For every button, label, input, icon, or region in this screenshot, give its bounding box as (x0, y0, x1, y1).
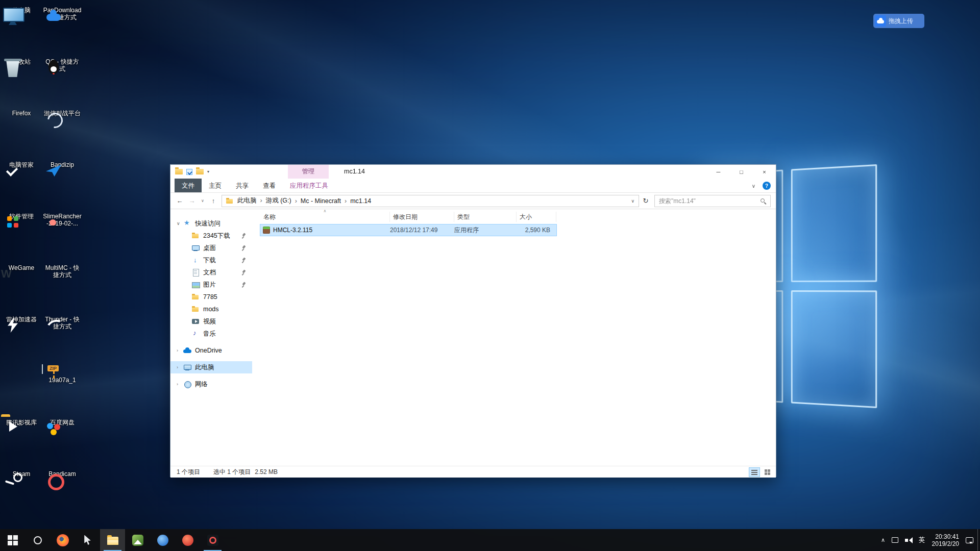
help-icon[interactable]: ? (763, 182, 771, 190)
sidebar-item-this-pc[interactable]: › 此电脑 (170, 361, 252, 373)
details-view-button[interactable] (749, 467, 760, 477)
properties-icon[interactable] (186, 169, 192, 175)
desktop-icon-label: 电脑管家 (1, 161, 42, 168)
taskbar-item-firefox[interactable] (50, 529, 75, 551)
desktop-icon-thunder[interactable]: Thunder - 快捷方式 (42, 312, 83, 364)
tray-expand-icon[interactable]: ∧ (881, 537, 885, 543)
sidebar-item-desktop[interactable]: 桌面 (170, 242, 252, 254)
taskbar-item-start[interactable] (0, 529, 25, 551)
minecraft-app-icon (263, 227, 270, 234)
baidu-pan-icon (875, 15, 886, 27)
taskbar-item-icon (132, 535, 143, 546)
taskbar-item-bandicam[interactable] (200, 529, 225, 551)
close-button[interactable]: × (753, 165, 776, 179)
refresh-icon[interactable]: ↻ (639, 195, 652, 207)
sidebar-item-videos[interactable]: 视频 (170, 315, 252, 328)
desktop-icon-recycle-bin[interactable]: 回收站 (1, 55, 42, 106)
desktop-icon-steam[interactable]: Steam (1, 467, 42, 518)
taskbar-item-search[interactable] (25, 529, 50, 551)
drag-upload-button[interactable]: 拖拽上传 (873, 14, 924, 28)
titlebar[interactable]: ▾ 管理 mc1.14 ─ □ × (170, 165, 776, 179)
desktop-icon-bandizip[interactable]: Bandizip (42, 158, 83, 209)
sidebar-item-documents[interactable]: 文档 (170, 266, 252, 279)
chevron-icon[interactable]: › (177, 382, 183, 387)
sidebar-item-onedrive[interactable]: › OneDrive (170, 344, 252, 357)
desktop-icon-wegame[interactable]: WeGame (1, 261, 42, 312)
breadcrumb-item[interactable]: 此电脑 (237, 196, 257, 205)
show-desktop-button[interactable] (977, 529, 980, 551)
taskbar-item-pointer-app[interactable] (75, 529, 100, 551)
ribbon-tab-share[interactable]: 共享 (229, 179, 256, 192)
explorer-window-icon[interactable] (175, 169, 183, 174)
notification-center-button[interactable] (966, 537, 973, 543)
address-dropdown-icon[interactable]: ∨ (631, 198, 639, 204)
desktop-icon-pc-manager[interactable]: 电脑管家 (1, 158, 42, 209)
customize-toolbar-icon[interactable]: ▾ (207, 169, 209, 174)
taskbar-item-red-app[interactable] (175, 529, 200, 551)
back-button[interactable]: ← (174, 195, 186, 207)
file-row-hmcl[interactable]: HMCL-3.2.115 2018/12/12 17:49 应用程序 2,590… (260, 224, 556, 236)
chevron-icon[interactable]: ∨ (177, 221, 183, 226)
desktop-icon-leishen[interactable]: 雷神加速器 (1, 312, 42, 364)
desktop-icon-slimerancher[interactable]: SlimeRancher-2019-02-... (42, 209, 83, 261)
desktop-icon-tencent-video[interactable]: 腾讯影视库 (1, 415, 42, 467)
drag-upload-label: 拖拽上传 (889, 17, 913, 26)
desktop-icon-firefox[interactable]: Firefox (1, 106, 42, 158)
breadcrumb-item[interactable]: Mc - Minecraft (291, 197, 341, 205)
desktop-icon-qq[interactable]: QQ - 快捷方式 (42, 55, 83, 106)
speaker-icon (905, 537, 912, 543)
manage-contextual-tab[interactable]: 管理 (288, 165, 329, 179)
minimize-button[interactable]: ─ (707, 165, 730, 179)
sidebar-item-2345-download[interactable]: 2345下载 (170, 230, 252, 242)
sidebar-item-pictures[interactable]: 图片 (170, 279, 252, 291)
breadcrumb-item[interactable]: mc1.14 (341, 197, 371, 205)
desktop-icon-this-pc[interactable]: 此电脑 (1, 3, 42, 55)
thumbnails-view-button[interactable] (762, 467, 773, 477)
column-header-modified[interactable]: ∧ 修改日期 (390, 212, 454, 222)
recent-locations-icon[interactable]: ∨ (198, 195, 207, 207)
windows-logo-pane (791, 164, 877, 282)
sidebar-item-network[interactable]: › 网络 (170, 378, 252, 390)
taskbar-item-explorer[interactable] (100, 529, 125, 551)
ribbon-tab-view[interactable]: 查看 (256, 179, 283, 192)
taskbar-item-icon (57, 534, 69, 546)
forward-button[interactable]: → (186, 195, 198, 207)
address-box[interactable]: 此电脑游戏 (G:)Mc - Minecraftmc1.14 ∨ (222, 195, 639, 207)
column-header-size[interactable]: ∧ 大小 (517, 212, 556, 222)
desktop-icon-bandicam[interactable]: Bandicam (42, 467, 83, 518)
chevron-icon[interactable]: › (177, 365, 183, 370)
sidebar-item-quick-access[interactable]: ∨ 快速访问 (170, 217, 252, 230)
column-header-type[interactable]: ∧ 类型 (454, 212, 517, 222)
column-header-name[interactable]: ∧ 名称 (260, 212, 390, 222)
desktop-icon-software-manager[interactable]: 软件管理 (1, 209, 42, 261)
desktop-icon-multimc[interactable]: MultiMC - 快捷方式 (42, 261, 83, 312)
taskbar-item-blue-app[interactable] (150, 529, 175, 551)
up-button[interactable]: ↑ (207, 195, 219, 207)
desktop-icon-pandownload[interactable]: PanDownload - 快捷方式 (42, 3, 83, 55)
search-input[interactable] (654, 195, 771, 207)
sidebar-item-music[interactable]: 音乐 (170, 328, 252, 340)
ribbon-tab-apptools[interactable]: 应用程序工具 (283, 179, 335, 192)
sidebar-item-mods[interactable]: mods (170, 303, 252, 315)
desktop-icon-zip-file[interactable]: 19a07a_1 (42, 364, 83, 415)
sidebar-item-7785[interactable]: 7785 (170, 291, 252, 303)
input-language-indicator[interactable]: 英 (919, 536, 925, 544)
new-folder-icon[interactable] (196, 169, 204, 174)
desktop-icon-label: 雷神加速器 (1, 316, 42, 323)
maximize-button[interactable]: □ (730, 165, 753, 179)
tray-device-icon[interactable] (892, 537, 898, 543)
explorer-content: ∨ 快速访问 2345下载 桌面 下载 (170, 209, 776, 466)
volume-icon[interactable] (905, 537, 912, 543)
sidebar-item-icon (183, 346, 191, 355)
desktop-icon-youxia[interactable]: 游侠对战平台 (42, 106, 83, 158)
desktop-icon-baidu-pan[interactable]: 百度网盘 (42, 415, 83, 467)
ribbon-tab-file[interactable]: 文件 (175, 179, 202, 192)
sidebar-item-downloads[interactable]: 下载 (170, 254, 252, 266)
chevron-icon[interactable]: › (177, 348, 183, 353)
taskbar-clock[interactable]: 20:30:41 2019/2/20 (932, 533, 959, 547)
breadcrumb-item[interactable]: 游戏 (G:) (257, 196, 291, 205)
ribbon-tab-home[interactable]: 主页 (202, 179, 229, 192)
expand-ribbon-icon[interactable]: ∨ (752, 183, 755, 189)
desktop-icon-label: MultiMC - 快捷方式 (42, 264, 83, 279)
taskbar-item-image-viewer[interactable] (125, 529, 150, 551)
